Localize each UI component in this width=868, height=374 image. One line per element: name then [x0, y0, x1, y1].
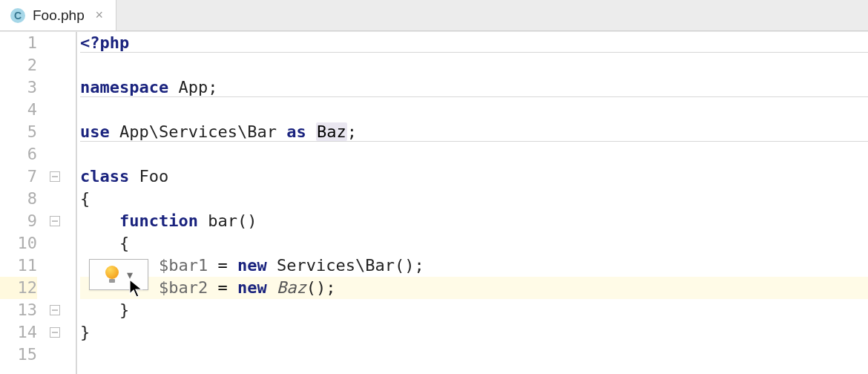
- fold-toggle-icon[interactable]: [50, 171, 60, 182]
- code-editor[interactable]: 123456789101112131415 <?php namespace Ap…: [0, 31, 868, 374]
- line-number: 13: [0, 299, 37, 321]
- code-line[interactable]: namespace App;: [80, 76, 868, 99]
- file-icon-letter: C: [14, 10, 22, 21]
- code-line[interactable]: class Foo: [80, 165, 868, 188]
- code-line[interactable]: {: [80, 232, 868, 255]
- line-number-gutter: 123456789101112131415: [0, 32, 45, 374]
- editor-tab-bar: C Foo.php ×: [0, 0, 868, 31]
- line-number: 4: [0, 99, 37, 121]
- code-line[interactable]: }: [80, 299, 868, 321]
- line-number: 14: [0, 321, 37, 344]
- alias-name: Baz: [316, 122, 347, 141]
- line-number: 15: [0, 344, 37, 366]
- code-area[interactable]: <?php namespace App; use App\Services\Ba…: [77, 32, 868, 374]
- close-icon[interactable]: ×: [92, 8, 107, 23]
- class-ref-baz: Baz: [277, 278, 306, 297]
- code-line[interactable]: {: [80, 188, 868, 210]
- line-number: 6: [0, 143, 37, 165]
- code-line[interactable]: <?php: [80, 32, 868, 54]
- line-number: 11: [0, 255, 37, 277]
- file-icon: C: [10, 8, 25, 23]
- line-number: 7: [0, 165, 37, 188]
- line-number: 9: [0, 210, 37, 232]
- code-line[interactable]: function bar(): [80, 210, 868, 232]
- tab-foo-php[interactable]: C Foo.php ×: [0, 0, 116, 30]
- line-number: 12: [0, 277, 37, 299]
- line-number: 5: [0, 121, 37, 143]
- code-line[interactable]: }: [80, 321, 868, 344]
- line-number: 3: [0, 76, 37, 99]
- line-number: 10: [0, 232, 37, 255]
- code-line[interactable]: [80, 143, 868, 165]
- fold-end-icon[interactable]: [50, 327, 60, 338]
- code-line[interactable]: [80, 54, 868, 76]
- chevron-down-icon[interactable]: ▾: [127, 268, 133, 282]
- line-number: 8: [0, 188, 37, 210]
- code-line[interactable]: $bar2 = new Baz();: [80, 277, 868, 299]
- code-line[interactable]: [80, 344, 868, 366]
- php-open-tag: <?php: [80, 33, 129, 52]
- code-line[interactable]: use App\Services\Bar as Baz;: [80, 121, 868, 143]
- fold-end-icon[interactable]: [50, 305, 60, 315]
- fold-gutter: [45, 32, 77, 374]
- intention-action-popup[interactable]: ▾: [89, 259, 148, 290]
- line-number: 2: [0, 54, 37, 76]
- lightbulb-icon: [105, 266, 119, 283]
- code-line[interactable]: [80, 99, 868, 121]
- code-line[interactable]: $bar1 = new Services\Bar();: [80, 255, 868, 277]
- line-number: 1: [0, 32, 37, 54]
- tab-filename: Foo.php: [33, 7, 85, 24]
- fold-toggle-icon[interactable]: [50, 216, 60, 226]
